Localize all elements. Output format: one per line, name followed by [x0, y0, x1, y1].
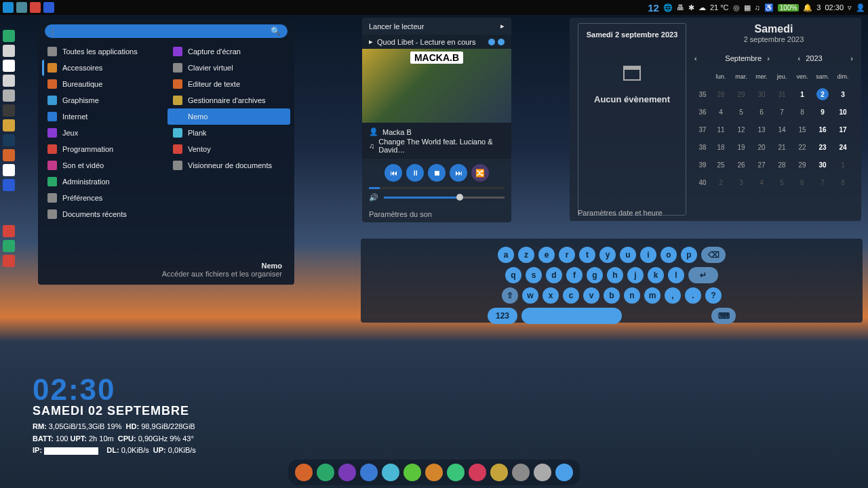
enter-key[interactable]: ↵ — [688, 267, 718, 283]
dock-item-12[interactable] — [555, 464, 573, 481]
key-?[interactable]: ? — [705, 287, 722, 304]
calendar-day[interactable]: 8 — [792, 103, 812, 121]
reload-icon[interactable] — [3, 240, 15, 252]
prev-button[interactable]: ⏮ — [384, 164, 402, 182]
calendar-day[interactable]: 5 — [731, 103, 751, 121]
key-i[interactable]: i — [640, 247, 656, 263]
speaker-icon[interactable]: 🔊 — [369, 193, 378, 202]
app-item[interactable]: Gestionnaire d'archives — [167, 92, 290, 108]
lock-icon[interactable] — [3, 225, 15, 237]
month-prev-icon[interactable]: ‹ — [694, 54, 697, 62]
category-item[interactable]: Programmation — [42, 141, 165, 157]
calendar-day[interactable]: 25 — [711, 156, 731, 174]
launcher-item[interactable] — [3, 149, 15, 161]
category-item[interactable]: Documents récents — [42, 206, 165, 222]
sound-settings-link[interactable]: Paramètres du son — [362, 206, 511, 222]
print-icon[interactable]: 🖶 — [677, 3, 684, 12]
calendar-day[interactable]: 2 — [711, 174, 731, 191]
pause-button[interactable]: ⏸ — [406, 164, 424, 182]
calendar-day[interactable]: 28 — [711, 85, 731, 103]
battery-indicator[interactable]: 100% — [778, 4, 800, 12]
calendar-day[interactable]: 24 — [833, 138, 853, 156]
calendar-day[interactable]: 6 — [751, 103, 772, 121]
year-prev-icon[interactable]: ‹ — [798, 54, 801, 62]
dock-item-3[interactable] — [360, 464, 378, 481]
key-h[interactable]: h — [607, 267, 623, 283]
close-icon[interactable] — [498, 39, 505, 45]
key-n[interactable]: n — [624, 287, 640, 304]
dock-item-2[interactable] — [338, 464, 356, 481]
calendar-day[interactable]: 29 — [731, 85, 751, 103]
key-,[interactable]: , — [665, 287, 681, 304]
calendar-day[interactable]: 23 — [812, 138, 833, 156]
calendar-day[interactable]: 7 — [772, 103, 792, 121]
tray-icon-2[interactable]: ▦ — [744, 3, 751, 12]
category-item[interactable]: Préférences — [42, 190, 165, 206]
calendar-day[interactable]: 1 — [792, 85, 812, 103]
arch-icon[interactable] — [3, 2, 14, 13]
minimize-icon[interactable] — [488, 39, 495, 45]
app-item[interactable]: Clavier virtuel — [167, 60, 290, 76]
wifi-icon[interactable]: ▿ — [848, 3, 852, 12]
key-d[interactable]: d — [546, 267, 562, 283]
category-item[interactable]: Son et vidéo — [42, 157, 165, 174]
calendar-day[interactable]: 8 — [833, 174, 853, 191]
calendar-day[interactable]: 27 — [751, 156, 772, 174]
calendar-day[interactable]: 12 — [731, 121, 751, 138]
key-w[interactable]: w — [522, 287, 538, 304]
launcher-item[interactable] — [3, 119, 15, 131]
search-input[interactable] — [52, 26, 271, 36]
shuffle-button[interactable]: 🔀 — [471, 164, 489, 182]
calendar-day[interactable]: 30 — [812, 156, 833, 174]
files-icon[interactable] — [16, 2, 27, 13]
calendar-day[interactable]: 16 — [812, 121, 833, 138]
user-icon[interactable]: 👤 — [856, 3, 865, 12]
calendar-day[interactable]: 28 — [772, 156, 792, 174]
calendar-day[interactable]: 17 — [833, 121, 853, 138]
key-u[interactable]: u — [620, 247, 636, 263]
volume-slider[interactable] — [384, 197, 505, 199]
calendar-day[interactable]: 26 — [731, 156, 751, 174]
launcher-item[interactable] — [3, 75, 15, 87]
calendar-day[interactable]: 1 — [833, 156, 853, 174]
calendar-day[interactable]: 19 — [731, 138, 751, 156]
key-z[interactable]: z — [518, 247, 534, 263]
notification-icon[interactable]: 🔔 — [803, 3, 812, 12]
globe-icon[interactable]: 🌐 — [663, 3, 673, 12]
category-item[interactable]: Graphisme — [42, 92, 165, 108]
launcher-item[interactable] — [3, 164, 15, 176]
dock-item-11[interactable] — [534, 464, 551, 481]
dock-item-0[interactable] — [295, 464, 313, 481]
dock-item-8[interactable] — [469, 464, 486, 481]
menu-search[interactable]: 🔍 — [45, 24, 288, 38]
key-.[interactable]: . — [685, 287, 701, 304]
bluetooth-icon[interactable]: ✱ — [688, 3, 694, 12]
music-tray-icon[interactable]: ♫ — [755, 3, 760, 12]
calendar-day[interactable]: 10 — [833, 103, 853, 121]
key-x[interactable]: x — [542, 287, 559, 304]
key-k[interactable]: k — [648, 267, 664, 283]
accessibility-icon[interactable]: ♿ — [764, 3, 774, 12]
dock-item-6[interactable] — [425, 464, 443, 481]
dock-item-1[interactable] — [317, 464, 334, 481]
key-s[interactable]: s — [526, 267, 542, 283]
calendar-day[interactable]: 21 — [772, 138, 792, 156]
calendar-day[interactable]: 9 — [812, 103, 833, 121]
launcher-item[interactable] — [3, 134, 15, 146]
category-item[interactable]: Bureautique — [42, 76, 165, 92]
calendar-day[interactable]: 22 — [792, 138, 812, 156]
space-key[interactable] — [521, 308, 622, 324]
category-item[interactable]: Internet — [42, 108, 165, 125]
calendar-day[interactable]: 7 — [812, 174, 833, 191]
power-icon[interactable] — [3, 255, 15, 267]
next-button[interactable]: ⏭ — [450, 164, 467, 182]
launcher-item[interactable] — [3, 60, 15, 72]
launcher-item[interactable] — [3, 179, 15, 191]
calendar-day[interactable]: 14 — [772, 121, 792, 138]
category-item[interactable]: Administration — [42, 174, 165, 190]
app-icon-blue[interactable] — [43, 2, 54, 13]
dock-item-4[interactable] — [382, 464, 399, 481]
app-item[interactable]: Ventoy — [167, 141, 290, 157]
calendar-day[interactable]: 31 — [772, 85, 792, 103]
player-header[interactable]: Lancer le lecteur ▸ — [362, 18, 511, 35]
